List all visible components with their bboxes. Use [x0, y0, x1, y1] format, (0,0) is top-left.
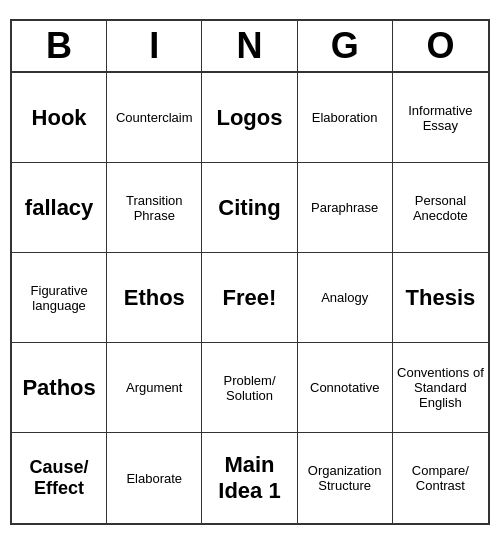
header-letter-b: B	[12, 21, 107, 71]
bingo-cell-14[interactable]: Thesis	[393, 253, 488, 343]
cell-content-17: Problem/ Solution	[206, 347, 292, 428]
header-letter-i: I	[107, 21, 202, 71]
bingo-cell-11[interactable]: Ethos	[107, 253, 202, 343]
header-letter-o: O	[393, 21, 488, 71]
bingo-cell-23[interactable]: Organization Structure	[298, 433, 393, 523]
bingo-cell-6[interactable]: Transition Phrase	[107, 163, 202, 253]
cell-content-22: Main Idea 1	[206, 437, 292, 519]
bingo-cell-13[interactable]: Analogy	[298, 253, 393, 343]
bingo-cell-16[interactable]: Argument	[107, 343, 202, 433]
bingo-cell-1[interactable]: Counterclaim	[107, 73, 202, 163]
cell-content-8: Paraphrase	[302, 167, 388, 248]
cell-content-2: Logos	[206, 77, 292, 158]
cell-content-10: Figurative language	[16, 257, 102, 338]
cell-content-12: Free!	[206, 257, 292, 338]
bingo-cell-2[interactable]: Logos	[202, 73, 297, 163]
cell-content-5: fallacy	[16, 167, 102, 248]
cell-content-16: Argument	[111, 347, 197, 428]
bingo-cell-0[interactable]: Hook	[12, 73, 107, 163]
bingo-card: BINGO HookCounterclaimLogosElaborationIn…	[10, 19, 490, 525]
cell-content-0: Hook	[16, 77, 102, 158]
bingo-cell-9[interactable]: Personal Anecdote	[393, 163, 488, 253]
cell-content-21: Elaborate	[111, 437, 197, 519]
cell-content-11: Ethos	[111, 257, 197, 338]
cell-content-9: Personal Anecdote	[397, 167, 484, 248]
bingo-cell-19[interactable]: Conventions of Standard English	[393, 343, 488, 433]
bingo-cell-22[interactable]: Main Idea 1	[202, 433, 297, 523]
bingo-cell-8[interactable]: Paraphrase	[298, 163, 393, 253]
cell-content-1: Counterclaim	[111, 77, 197, 158]
cell-content-6: Transition Phrase	[111, 167, 197, 248]
bingo-cell-3[interactable]: Elaboration	[298, 73, 393, 163]
bingo-cell-17[interactable]: Problem/ Solution	[202, 343, 297, 433]
cell-content-18: Connotative	[302, 347, 388, 428]
cell-content-4: Informative Essay	[397, 77, 484, 158]
cell-content-23: Organization Structure	[302, 437, 388, 519]
cell-content-13: Analogy	[302, 257, 388, 338]
bingo-cell-15[interactable]: Pathos	[12, 343, 107, 433]
bingo-grid: HookCounterclaimLogosElaborationInformat…	[12, 73, 488, 523]
bingo-cell-20[interactable]: Cause/ Effect	[12, 433, 107, 523]
bingo-cell-12[interactable]: Free!	[202, 253, 297, 343]
bingo-cell-7[interactable]: Citing	[202, 163, 297, 253]
cell-content-19: Conventions of Standard English	[397, 347, 484, 428]
cell-content-20: Cause/ Effect	[16, 437, 102, 519]
bingo-cell-21[interactable]: Elaborate	[107, 433, 202, 523]
bingo-cell-4[interactable]: Informative Essay	[393, 73, 488, 163]
cell-content-15: Pathos	[16, 347, 102, 428]
cell-content-3: Elaboration	[302, 77, 388, 158]
bingo-cell-5[interactable]: fallacy	[12, 163, 107, 253]
bingo-cell-24[interactable]: Compare/ Contrast	[393, 433, 488, 523]
bingo-cell-10[interactable]: Figurative language	[12, 253, 107, 343]
bingo-cell-18[interactable]: Connotative	[298, 343, 393, 433]
cell-content-24: Compare/ Contrast	[397, 437, 484, 519]
header-letter-n: N	[202, 21, 297, 71]
cell-content-14: Thesis	[397, 257, 484, 338]
bingo-header: BINGO	[12, 21, 488, 73]
header-letter-g: G	[298, 21, 393, 71]
cell-content-7: Citing	[206, 167, 292, 248]
